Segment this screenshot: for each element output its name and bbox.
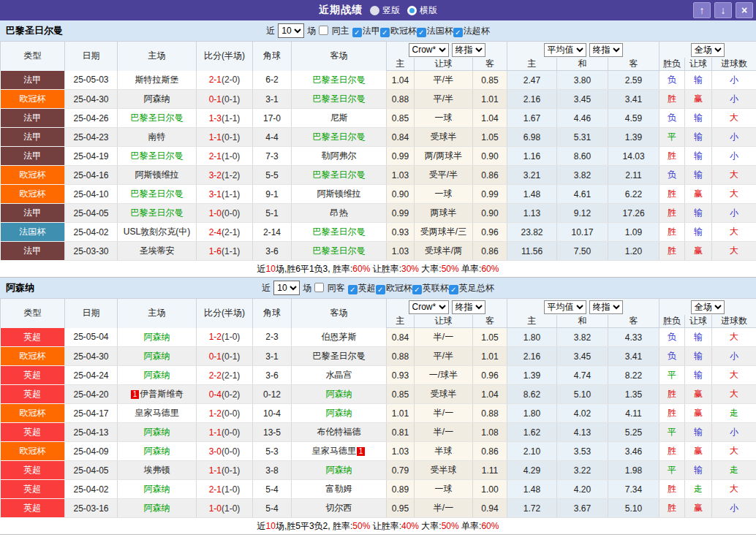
asia-handicap-cell: 一球 — [415, 480, 473, 499]
home-team-cell: 阿森纳 — [118, 347, 197, 366]
winlose-result-cell: 平 — [659, 366, 685, 385]
score-cell: 0-1(0-1) — [197, 347, 253, 366]
euro-away-odds-cell: 1.39 — [608, 128, 659, 147]
home-team-name: 巴黎圣日尔曼 — [131, 113, 184, 123]
league-filter-英联杯[interactable]: ✓英联杯 — [412, 283, 449, 293]
scroll-up-button[interactable]: ↑ — [693, 2, 711, 18]
asia-away-odds-cell: 1.00 — [473, 480, 507, 499]
league-filter-label: 欧冠杯 — [386, 283, 412, 293]
home-team-name: 斯特拉斯堡 — [135, 75, 179, 85]
goals-result-cell: 大 — [712, 109, 756, 128]
asia-handicap-cell: 平/半 — [415, 347, 473, 366]
winlose-result-cell: 胜 — [659, 147, 685, 166]
handicap-result-cell: 赢 — [685, 442, 712, 461]
date-cell: 25-05-04 — [65, 328, 118, 347]
euro-home-odds-cell: 1.80 — [507, 404, 557, 423]
scroll-down-button[interactable]: ↓ — [714, 2, 732, 18]
asia-handicap-cell: 受球半 — [415, 128, 473, 147]
radio-horizontal-layout[interactable]: 横版 — [407, 4, 437, 17]
away-team-name: 伯恩茅斯 — [322, 332, 357, 342]
asia-odds-index-select[interactable]: 终指 — [452, 43, 485, 57]
away-team-name: 巴黎圣日尔曼 — [313, 351, 366, 361]
winlose-result-cell: 负 — [659, 71, 685, 90]
summary-segment: 场,胜6平1负3, 胜率: — [276, 264, 352, 274]
away-team-cell: 巴黎圣日尔曼 — [292, 128, 387, 147]
league-filter-欧冠杯[interactable]: ✓欧冠杯 — [380, 26, 417, 36]
fulltime-score: 1-1 — [209, 465, 222, 476]
col-header-corner: 角球 — [253, 299, 292, 328]
euro-home-odds-cell: 23.82 — [507, 223, 557, 242]
home-team-name: 南特 — [148, 132, 166, 142]
euro-odds-index-select[interactable]: 终指 — [589, 43, 623, 57]
date-cell: 25-04-30 — [65, 347, 118, 366]
euro-home-odds-cell: 8.62 — [507, 385, 557, 404]
fulltime-score: 3-2 — [209, 170, 222, 180]
result-scope-select[interactable]: 全场 — [691, 43, 725, 57]
title-bar: 近期战绩 竖版 横版 ↑ ↓ × — [0, 0, 756, 20]
home-team-cell: 1伊普斯维奇 — [118, 385, 197, 404]
match-count-select[interactable]: 10 — [278, 23, 304, 38]
away-team-cell: 阿森纳 — [292, 461, 387, 480]
league-filters: ✓法甲✓欧冠杯✓法国杯✓法超杯 — [352, 25, 490, 37]
home-team-name: 阿森纳 — [144, 332, 170, 342]
league-filter-英足总杯[interactable]: ✓英足总杯 — [449, 283, 494, 293]
winlose-result-cell: 负 — [659, 166, 685, 185]
score-cell: 2-2(2-1) — [197, 366, 253, 385]
league-badge-cell: 欧冠杯 — [1, 90, 65, 109]
checkbox-checked-icon: ✓ — [449, 285, 458, 294]
result-scope-select[interactable]: 全场 — [691, 300, 725, 314]
date-cell: 25-04-09 — [65, 442, 118, 461]
asia-odds-index-select[interactable]: 终指 — [452, 300, 485, 314]
checkbox-checked-icon: ✓ — [453, 28, 463, 37]
league-filter-法超杯[interactable]: ✓法超杯 — [453, 26, 490, 36]
league-filter-法甲[interactable]: ✓法甲 — [352, 26, 380, 36]
filter-controls: 近 10 场 同客 ✓英超✓欧冠杯✓英联杯✓英足总杯 — [262, 281, 494, 295]
asia-home-odds-cell: 0.84 — [387, 128, 415, 147]
goals-result-cell: 小 — [712, 499, 756, 518]
euro-odds-source-select[interactable]: 平均值 — [544, 43, 586, 57]
handicap-result-cell: 输 — [685, 347, 712, 366]
same-venue-checkbox[interactable]: 同主 — [319, 25, 349, 37]
col-header-home: 主场 — [118, 299, 197, 328]
fulltime-score: 1-0 — [209, 503, 222, 514]
euro-odds-index-select[interactable]: 终指 — [589, 300, 623, 314]
asia-away-odds-cell: 1.05 — [473, 128, 507, 147]
league-filter-欧冠杯[interactable]: ✓欧冠杯 — [376, 283, 412, 293]
halftime-score: (1-2) — [222, 170, 240, 180]
close-button[interactable]: × — [736, 2, 753, 18]
asia-home-odds-cell: 0.81 — [387, 423, 415, 442]
corner-cell: 5-4 — [253, 499, 292, 518]
handicap-result-cell: 输 — [685, 109, 712, 128]
euro-away-odds-cell: 3.41 — [608, 90, 659, 109]
radio-vertical-layout[interactable]: 竖版 — [370, 4, 400, 17]
league-filter-英超[interactable]: ✓英超 — [348, 283, 376, 293]
home-team-name: 巴黎圣日尔曼 — [131, 188, 184, 199]
summary-segment: 50% — [442, 264, 459, 274]
title-group: 近期战绩 竖版 横版 — [319, 4, 437, 17]
euro-away-odds-cell: 5.10 — [608, 499, 659, 518]
asia-odds-source-select[interactable]: Crow* — [409, 43, 449, 57]
home-team-cell: 阿森纳 — [118, 499, 197, 518]
euro-odds-source-select[interactable]: 平均值 — [544, 300, 586, 314]
euro-draw-odds-cell: 7.50 — [557, 242, 608, 261]
asia-handicap-cell: 一球 — [415, 109, 473, 128]
match-row: 法甲25-04-26巴黎圣日尔曼1-3(1-1)17-0尼斯0.85一球1.04… — [1, 109, 756, 128]
euro-away-odds-cell: 2.11 — [608, 166, 659, 185]
home-team-cell: 圣埃蒂安 — [118, 242, 197, 261]
league-filter-法国杯[interactable]: ✓法国杯 — [417, 26, 453, 36]
winlose-result-cell: 负 — [659, 347, 685, 366]
asia-away-odds-cell: 0.85 — [473, 71, 507, 90]
asia-home-odds-cell: 0.84 — [387, 328, 415, 347]
asia-away-odds-cell: 1.08 — [473, 423, 507, 442]
match-count-select[interactable]: 10 — [273, 281, 300, 295]
league-filter-label: 英联杯 — [423, 283, 449, 293]
radio-vertical-label: 竖版 — [382, 4, 400, 17]
result-group-header: 全场 — [659, 299, 756, 316]
handicap-result-cell: 赢 — [685, 242, 712, 261]
league-badge-cell: 法甲 — [1, 109, 65, 128]
home-team-cell: 巴黎圣日尔曼 — [118, 204, 197, 223]
same-venue-checkbox[interactable]: 同客 — [314, 282, 344, 294]
away-team-cell: 巴黎圣日尔曼 — [292, 242, 387, 261]
winlose-result-cell: 胜 — [659, 480, 685, 499]
asia-odds-source-select[interactable]: Crow* — [409, 300, 449, 314]
